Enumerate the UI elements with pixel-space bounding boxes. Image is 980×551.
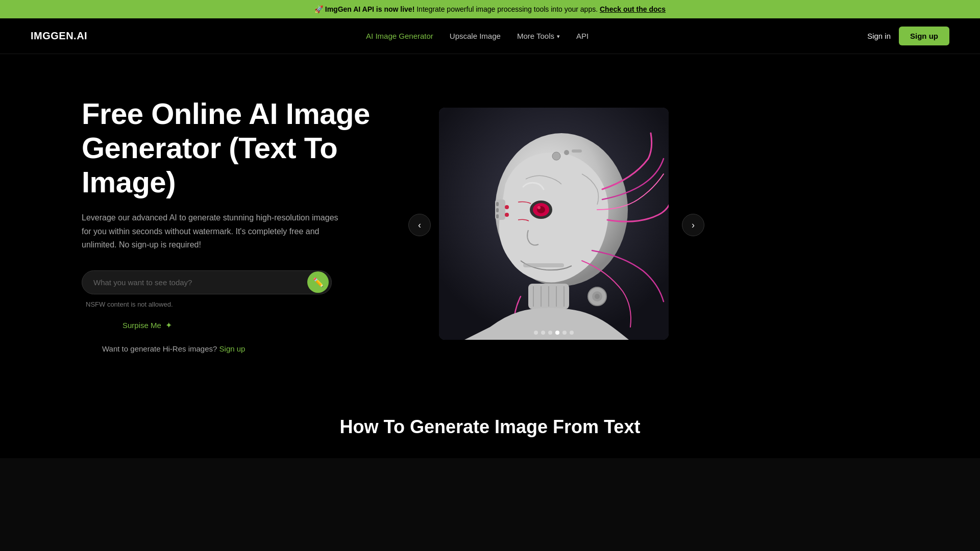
banner-bold-text: ImgGen AI API is now live!: [325, 5, 415, 13]
nav-link-upscale-image[interactable]: Upscale Image: [450, 32, 501, 40]
svg-rect-19: [572, 149, 582, 153]
search-container: ✏️: [82, 270, 332, 294]
how-to-section: How To Generate Image From Text: [0, 386, 980, 458]
hero-description: Leverage our advanced AI to generate stu…: [82, 211, 347, 252]
signup-button[interactable]: Sign up: [899, 27, 949, 45]
chevron-left-icon: ‹: [418, 220, 421, 231]
svg-point-23: [505, 205, 509, 209]
svg-point-24: [505, 213, 509, 217]
banner-text: Integrate powerful image processing tool…: [416, 5, 598, 13]
carousel-container: [439, 108, 669, 340]
surprise-me-button[interactable]: Surpise Me ✦: [122, 320, 172, 330]
svg-point-17: [552, 152, 560, 160]
sparkle-icon: ✦: [165, 320, 172, 330]
nav-link-ai-image-generator[interactable]: AI Image Generator: [366, 32, 433, 40]
svg-rect-8: [496, 202, 499, 206]
hero-section: Free Online AI Image Generator (Text To …: [0, 54, 980, 386]
svg-point-5: [537, 206, 541, 209]
carousel-dot-6[interactable]: [570, 331, 574, 335]
carousel-prev-button[interactable]: ‹: [408, 214, 431, 236]
carousel-dot-2[interactable]: [541, 331, 545, 335]
carousel-dots: [534, 331, 574, 335]
nav-more-tools-dropdown[interactable]: More Tools ▾: [517, 32, 560, 40]
how-to-title: How To Generate Image From Text: [41, 416, 939, 438]
nav-item-more-tools[interactable]: More Tools ▾: [517, 32, 560, 40]
hero-carousel: ‹: [439, 108, 674, 342]
nav-item-upscale-image[interactable]: Upscale Image: [450, 32, 501, 41]
svg-rect-6: [523, 263, 564, 267]
signin-button[interactable]: Sign in: [867, 32, 891, 40]
carousel-dot-3[interactable]: [548, 331, 552, 335]
hero-title: Free Online AI Image Generator (Text To …: [82, 97, 419, 199]
nav-item-ai-image-generator[interactable]: AI Image Generator: [366, 32, 433, 41]
nsfw-note: NSFW content is not allowed.: [86, 300, 419, 308]
svg-rect-10: [496, 214, 499, 218]
nav-links: AI Image Generator Upscale Image More To…: [366, 32, 589, 41]
banner-docs-link[interactable]: Check out the docs: [600, 5, 666, 13]
chevron-down-icon: ▾: [557, 33, 560, 40]
nav-link-api[interactable]: API: [576, 32, 589, 40]
chevron-right-icon: ›: [692, 220, 695, 231]
search-input[interactable]: [82, 270, 332, 294]
nav-more-tools-label: More Tools: [517, 32, 554, 40]
generate-button[interactable]: ✏️: [307, 271, 329, 293]
svg-point-22: [595, 294, 600, 299]
nav-auth: Sign in Sign up: [867, 27, 949, 45]
hires-note: Want to generate Hi-Res images? Sign up: [102, 344, 419, 353]
logo[interactable]: IMGGEN.AI: [31, 30, 87, 42]
carousel-dot-4[interactable]: [555, 331, 559, 335]
announcement-banner: 🚀 ImgGen AI API is now live! Integrate p…: [0, 0, 980, 18]
generate-icon: ✏️: [313, 277, 324, 288]
carousel-dot-1[interactable]: [534, 331, 538, 335]
banner-emoji: 🚀: [314, 5, 323, 13]
carousel-dot-5[interactable]: [562, 331, 567, 335]
nav-item-api[interactable]: API: [576, 32, 589, 41]
hires-signup-link[interactable]: Sign up: [219, 344, 246, 353]
svg-point-18: [564, 150, 569, 155]
surprise-me-label: Surpise Me: [122, 321, 161, 330]
hero-left: Free Online AI Image Generator (Text To …: [82, 97, 439, 353]
hires-text: Want to generate Hi-Res images?: [102, 344, 217, 353]
robot-illustration: [439, 108, 669, 340]
svg-rect-9: [496, 208, 499, 212]
carousel-image: [439, 108, 669, 340]
carousel-next-button[interactable]: ›: [682, 214, 704, 236]
navbar: IMGGEN.AI AI Image Generator Upscale Ima…: [0, 18, 980, 54]
